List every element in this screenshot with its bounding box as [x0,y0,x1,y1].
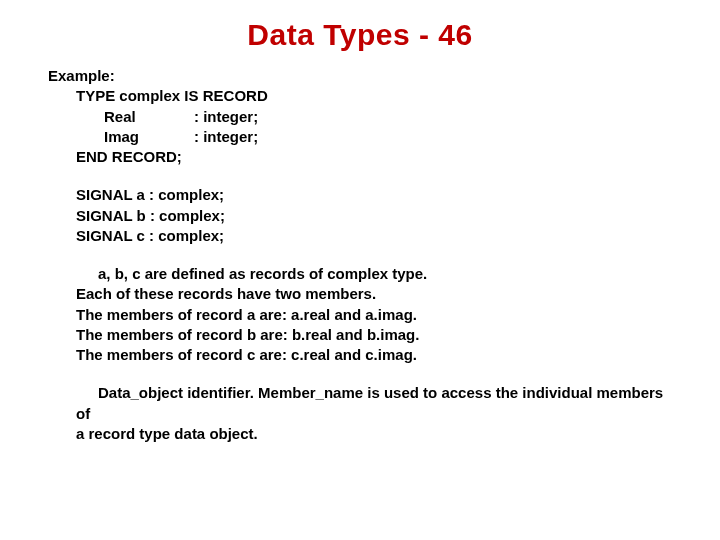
type-field-row: Imag : integer; [76,127,672,147]
type-declaration: TYPE complex IS RECORD Real : integer; I… [48,86,672,167]
slide: Data Types - 46 Example: TYPE complex IS… [0,0,720,540]
type-field-name: Real [104,107,194,127]
type-field-type: : integer; [194,127,258,147]
type-end: END RECORD; [76,147,672,167]
type-field-name: Imag [104,127,194,147]
note-paragraph: Data_object identifier. Member_name is u… [48,383,672,444]
slide-body: Example: TYPE complex IS RECORD Real : i… [0,52,720,444]
slide-title: Data Types - 46 [0,0,720,52]
description-line: a, b, c are defined as records of comple… [76,264,672,284]
description-line: The members of record b are: b.real and … [76,325,672,345]
description-line: The members of record c are: c.real and … [76,345,672,365]
note-line: a record type data object. [76,424,672,444]
type-line: TYPE complex IS RECORD [76,86,672,106]
note-line: Data_object identifier. Member_name is u… [76,383,672,424]
type-field-row: Real : integer; [76,107,672,127]
signal-line: SIGNAL c : complex; [76,226,672,246]
description-line: The members of record a are: a.real and … [76,305,672,325]
signal-declarations: SIGNAL a : complex; SIGNAL b : complex; … [48,185,672,246]
type-field-type: : integer; [194,107,258,127]
signal-line: SIGNAL b : complex; [76,206,672,226]
signal-line: SIGNAL a : complex; [76,185,672,205]
description-paragraph: a, b, c are defined as records of comple… [48,264,672,365]
example-label: Example: [48,66,672,86]
description-line: Each of these records have two members. [76,284,672,304]
